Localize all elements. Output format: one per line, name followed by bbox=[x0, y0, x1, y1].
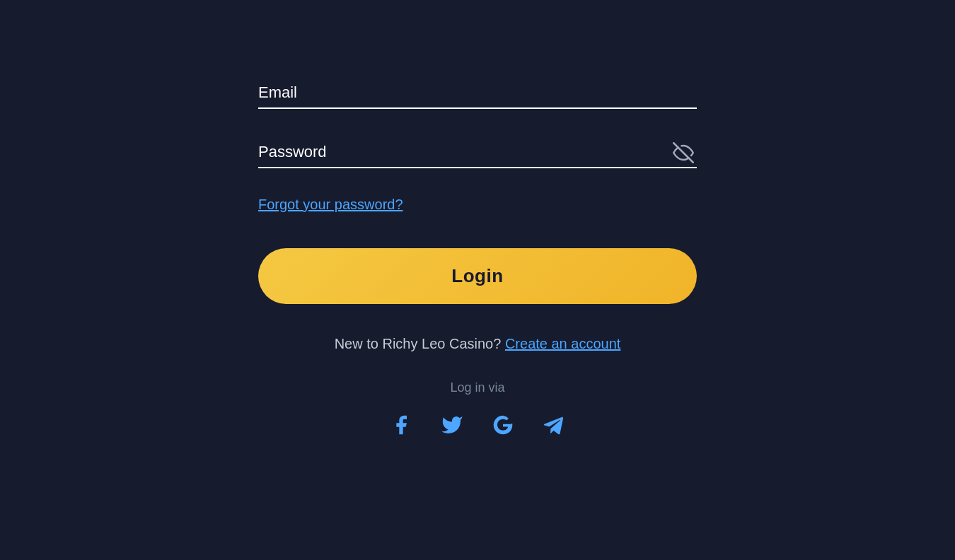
email-input-group bbox=[258, 78, 697, 109]
facebook-icon bbox=[390, 414, 412, 436]
telegram-icon bbox=[543, 414, 565, 436]
twitter-login-button[interactable] bbox=[436, 409, 468, 441]
login-form-container: Forgot your password? Login New to Richy… bbox=[258, 78, 697, 483]
telegram-login-button[interactable] bbox=[538, 409, 569, 441]
create-account-link[interactable]: Create an account bbox=[505, 336, 620, 351]
password-wrapper bbox=[258, 137, 697, 168]
google-login-button[interactable] bbox=[487, 409, 519, 441]
twitter-icon bbox=[441, 414, 463, 436]
forgot-password-link[interactable]: Forgot your password? bbox=[258, 197, 403, 213]
password-input[interactable] bbox=[258, 137, 697, 168]
google-icon bbox=[492, 414, 514, 436]
register-prompt-text: New to Richy Leo Casino? Create an accou… bbox=[258, 332, 697, 355]
log-in-via-label: Log in via bbox=[258, 380, 697, 395]
email-input[interactable] bbox=[258, 78, 697, 109]
password-input-group bbox=[258, 137, 697, 168]
eye-off-icon bbox=[673, 142, 694, 163]
facebook-login-button[interactable] bbox=[386, 409, 417, 441]
register-prompt-static: New to Richy Leo Casino? bbox=[335, 336, 502, 351]
social-icons-container bbox=[258, 409, 697, 441]
login-button[interactable]: Login bbox=[258, 248, 697, 304]
toggle-password-button[interactable] bbox=[670, 139, 697, 166]
